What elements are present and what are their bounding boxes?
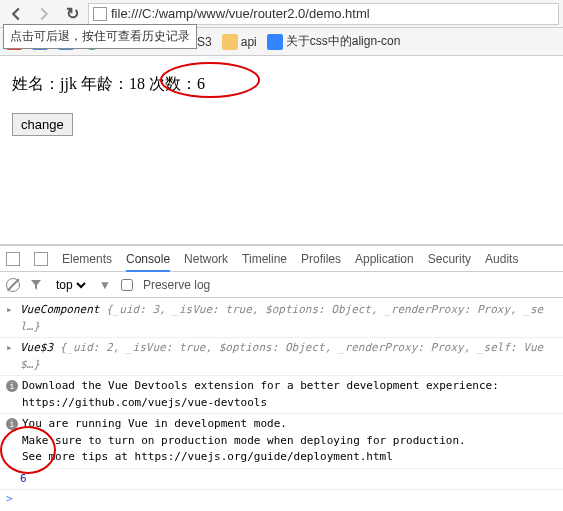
back-button[interactable]	[4, 2, 28, 26]
preserve-log-label: Preserve log	[143, 278, 210, 292]
forward-button[interactable]	[32, 2, 56, 26]
tab-application[interactable]: Application	[355, 252, 414, 266]
bookmark-item[interactable]: api	[222, 34, 257, 50]
file-icon	[93, 7, 107, 21]
filter-icon[interactable]	[30, 279, 42, 291]
reload-button[interactable]: ↻	[60, 2, 84, 26]
preserve-log-checkbox[interactable]	[121, 279, 133, 291]
console-output: ▸ VueComponent {_uid: 3, _isVue: true, $…	[0, 298, 563, 509]
clear-icon[interactable]	[6, 278, 20, 292]
bookmark-icon	[267, 34, 283, 50]
info-icon: i	[6, 418, 18, 430]
log-line: ▸ 6	[0, 469, 563, 491]
bookmark-item[interactable]: 关于css中的align-con	[267, 33, 401, 50]
url-text: file:///C:/wamp/www/vue/router2.0/demo.h…	[111, 6, 370, 21]
tab-elements[interactable]: Elements	[62, 252, 112, 266]
console-filter-bar: top ▼ Preserve log	[0, 272, 563, 298]
page-content: 姓名：jjk 年龄：18 次数：6 change	[0, 56, 563, 154]
info-text: 姓名：jjk 年龄：18 次数：6	[12, 74, 551, 95]
log-line: i You are running Vue in development mod…	[0, 414, 563, 469]
tab-console[interactable]: Console	[126, 252, 170, 272]
back-tooltip: 点击可后退，按住可查看历史记录	[3, 24, 197, 49]
log-line: ▸ VueComponent {_uid: 3, _isVue: true, $…	[0, 300, 563, 338]
folder-icon	[222, 34, 238, 50]
tab-timeline[interactable]: Timeline	[242, 252, 287, 266]
url-bar[interactable]: file:///C:/wamp/www/vue/router2.0/demo.h…	[88, 3, 559, 25]
console-prompt[interactable]: >	[0, 490, 563, 507]
info-icon: i	[6, 380, 18, 392]
tab-profiles[interactable]: Profiles	[301, 252, 341, 266]
devtools-panel: Elements Console Network Timeline Profil…	[0, 244, 563, 509]
devtools-tabs: Elements Console Network Timeline Profil…	[0, 246, 563, 272]
expand-arrow[interactable]: ▸	[6, 302, 16, 319]
change-button[interactable]: change	[12, 113, 73, 136]
expand-arrow[interactable]: ▸	[6, 340, 16, 357]
tab-network[interactable]: Network	[184, 252, 228, 266]
tab-audits[interactable]: Audits	[485, 252, 518, 266]
inspect-icon[interactable]	[6, 252, 20, 266]
context-dropdown[interactable]: top	[52, 277, 89, 293]
device-icon[interactable]	[34, 252, 48, 266]
tab-security[interactable]: Security	[428, 252, 471, 266]
log-line: ▸ Vue$3 {_uid: 2, _isVue: true, $options…	[0, 338, 563, 376]
log-line: i Download the Vue Devtools extension fo…	[0, 376, 563, 414]
